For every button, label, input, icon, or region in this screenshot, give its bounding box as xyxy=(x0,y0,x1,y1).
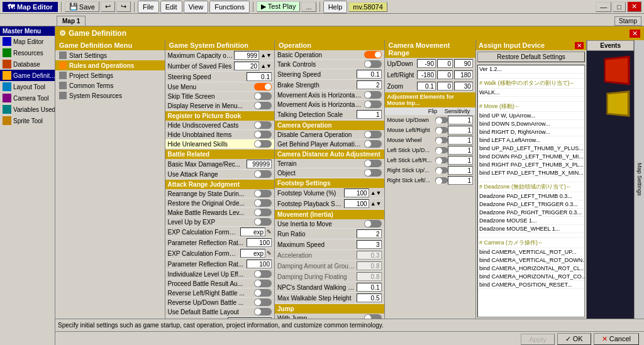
terrain-toggle[interactable] xyxy=(364,160,382,167)
view-menu[interactable]: View xyxy=(184,1,209,13)
sidebar-item-game-definition[interactable]: Game Definit... xyxy=(0,70,55,81)
run-ratio-input[interactable] xyxy=(357,229,382,238)
damping-float-input[interactable] xyxy=(357,272,382,281)
cancel-button[interactable]: ✕ Cancel xyxy=(594,333,639,345)
camera-scroll[interactable]: Up/Down Left/Right Zoom xyxy=(385,58,475,319)
more-button[interactable]: ... xyxy=(301,2,316,12)
lstick-lr-flip[interactable] xyxy=(435,157,448,163)
rearrange-state-toggle[interactable] xyxy=(254,190,272,197)
rstick-ud-sensitivity[interactable] xyxy=(448,166,473,175)
sidebar-item-camera-tool[interactable]: Camera Tool xyxy=(0,92,55,104)
mouse-wheel-flip[interactable] xyxy=(435,137,448,143)
hide-unlearned-toggle[interactable] xyxy=(254,140,272,148)
assign-close-button[interactable]: ✕ xyxy=(575,42,584,49)
cam-lr-min[interactable] xyxy=(417,70,436,79)
sidebar-item-layout-tool[interactable]: Layout Tool xyxy=(0,81,55,92)
max-capacity-input[interactable] xyxy=(234,51,259,60)
saved-files-input[interactable] xyxy=(234,62,259,70)
mouse-lr-sensitivity[interactable] xyxy=(448,126,473,134)
version-button[interactable]: mv.58074 xyxy=(348,2,387,12)
game-system-scroll[interactable]: Maximum Capacity of the ... ▲▼ Number of… xyxy=(165,50,275,319)
proceed-battle-toggle[interactable] xyxy=(254,280,272,287)
default-layout-toggle[interactable] xyxy=(254,308,272,315)
npc-speed-input[interactable] xyxy=(357,283,382,292)
behind-player-toggle[interactable] xyxy=(364,140,382,148)
exp-formula-2-btn[interactable]: ✎ xyxy=(267,250,272,256)
close-button[interactable]: ✕ xyxy=(627,1,641,12)
lstick-ud-sensitivity[interactable] xyxy=(448,146,473,155)
menu-project-settings[interactable]: Project Settings xyxy=(55,70,165,80)
damping-ground-input[interactable] xyxy=(357,261,382,270)
reverse-lr-toggle[interactable] xyxy=(254,289,272,297)
footstep-vol-arrows[interactable]: ▲▼ xyxy=(370,190,382,196)
use-inertia-toggle[interactable] xyxy=(364,220,382,227)
sidebar-item-map-editor[interactable]: Map Editor xyxy=(0,36,55,47)
use-attack-range-toggle[interactable] xyxy=(254,170,272,178)
sidebar-item-resources[interactable]: Resources xyxy=(0,47,55,58)
cam-updown-val[interactable] xyxy=(437,59,453,68)
cam-lr-val[interactable] xyxy=(437,70,453,79)
apply-button[interactable]: Apply xyxy=(521,334,555,345)
level-up-exp-toggle[interactable] xyxy=(254,218,272,226)
stamp-button[interactable]: Stamp xyxy=(614,16,641,26)
cam-lr-max[interactable] xyxy=(454,70,473,79)
param-reflect-2-input[interactable] xyxy=(247,260,272,268)
restore-defaults-button[interactable]: Restore Default Settings xyxy=(477,52,585,62)
exp-formula-1-input[interactable] xyxy=(240,227,265,236)
save-button[interactable]: 💾 Save xyxy=(65,1,99,12)
operation-scroll[interactable]: Basic Operation Tank Controls Steering S… xyxy=(275,50,384,319)
sidebar-item-database[interactable]: Database xyxy=(0,58,55,70)
individualize-toggle[interactable] xyxy=(254,270,272,278)
footstep-vol-input[interactable] xyxy=(344,189,369,197)
menu-start-settings[interactable]: Start Settings xyxy=(55,50,165,60)
op-steering-input[interactable] xyxy=(357,70,382,79)
sidebar-item-sprite-tool[interactable]: Sprite Tool xyxy=(0,115,55,126)
game-def-close[interactable]: ✕ xyxy=(630,30,640,38)
with-jump-toggle[interactable] xyxy=(364,314,382,319)
reverse-ud-toggle[interactable] xyxy=(254,298,272,306)
sidebar-item-variables[interactable]: Variables Used xyxy=(0,104,55,115)
skip-title-toggle[interactable] xyxy=(254,92,272,100)
footstep-speed-arrows[interactable]: ▲▼ xyxy=(370,200,382,207)
basic-op-toggle[interactable] xyxy=(364,51,382,58)
steering-input[interactable] xyxy=(247,72,272,81)
disable-camera-toggle[interactable] xyxy=(364,131,382,138)
cam-zoom-max[interactable] xyxy=(454,82,473,90)
max-speed-input[interactable] xyxy=(357,240,382,249)
step-height-input[interactable] xyxy=(357,293,382,302)
ok-button[interactable]: ✓ OK xyxy=(557,333,591,345)
cam-zoom-val[interactable] xyxy=(437,82,453,90)
move-axis-h1-toggle[interactable] xyxy=(364,91,382,99)
display-reserve-toggle[interactable] xyxy=(254,102,272,109)
undo-button[interactable]: ↩ xyxy=(101,1,115,12)
hide-unobtained-toggle[interactable] xyxy=(254,131,272,138)
map-settings-tab[interactable]: Map Settings xyxy=(634,40,644,319)
use-menu-toggle[interactable] xyxy=(254,83,272,90)
hide-undiscovered-toggle[interactable] xyxy=(254,121,272,129)
menu-system-resources[interactable]: System Resources xyxy=(55,90,165,101)
edit-menu[interactable]: Edit xyxy=(160,1,182,13)
saved-files-arrows[interactable]: ▲▼ xyxy=(260,63,272,69)
functions-menu[interactable]: Functions xyxy=(209,1,250,13)
redo-button[interactable]: ↪ xyxy=(116,1,131,12)
test-play-button[interactable]: ▶ Test Play xyxy=(257,1,301,12)
minimize-button[interactable]: — xyxy=(596,2,611,12)
rstick-lr-sensitivity[interactable] xyxy=(448,176,473,185)
exp-formula-2-input[interactable] xyxy=(240,249,265,258)
lstick-lr-sensitivity[interactable] xyxy=(448,156,473,165)
help-menu[interactable]: Help xyxy=(323,1,348,13)
rstick-lr-flip[interactable] xyxy=(435,177,448,183)
object-toggle[interactable] xyxy=(364,169,382,177)
map-tab-1[interactable]: Map 1 xyxy=(57,16,86,26)
lstick-ud-flip[interactable] xyxy=(435,147,448,153)
battle-rewards-toggle[interactable] xyxy=(254,209,272,216)
menu-common-terms[interactable]: Common Terms xyxy=(55,80,165,90)
acceleration-input[interactable] xyxy=(357,251,382,260)
mouse-ud-flip[interactable] xyxy=(435,117,448,123)
mouse-lr-flip[interactable] xyxy=(435,127,448,133)
assign-input-list[interactable]: Ver 1.2... # Walk (移動中のボタンの割り当て)← WALK..… xyxy=(477,65,585,317)
max-damage-input[interactable] xyxy=(247,160,272,168)
restore-original-toggle[interactable] xyxy=(254,199,272,207)
tank-controls-toggle[interactable] xyxy=(364,60,382,68)
exp-formula-1-btn[interactable]: ✎ xyxy=(267,229,272,235)
